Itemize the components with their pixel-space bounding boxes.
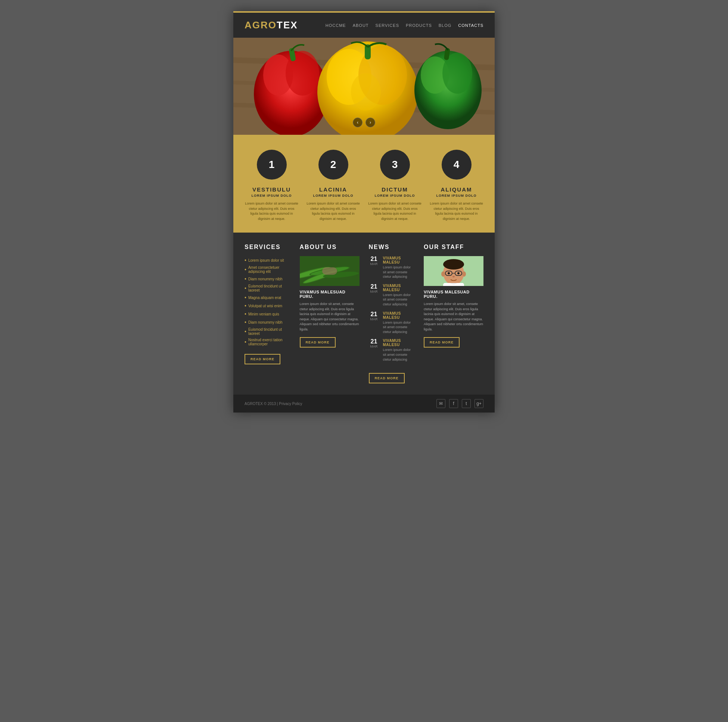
news-content-2: VIVAMUS MALESU Lorem ipsum dolor sit ame…	[383, 284, 415, 307]
news-date-4: 21 MAR	[369, 339, 379, 362]
feature-2-title: LACINIA	[319, 186, 347, 193]
feature-3-text: Lorem ipsum dolor sit amet consete ctetu…	[368, 201, 422, 221]
about-beans-svg	[300, 256, 359, 286]
staff-title: VIVAMUS MALESUAD PURU.	[424, 290, 483, 299]
feature-4-number: 4	[442, 150, 471, 180]
services-list: Lorem ipsum dolor sit Amet consectetuer …	[245, 256, 291, 347]
feature-3-subtitle: LOREM IPSUM DOLO	[375, 194, 415, 197]
bottom-sections: SERVICES Lorem ipsum dolor sit Amet cons…	[233, 233, 495, 395]
service-link-3[interactable]: Diam nonummy nibh	[248, 277, 283, 281]
feature-3: 3 DICTUM LOREM IPSUM DOLO Lorem ipsum do…	[368, 150, 422, 221]
list-item: Euismod tincidunt ut laoreet	[245, 283, 291, 294]
feature-4-title: ALIQUAM	[441, 186, 472, 193]
email-icon[interactable]: ✉	[436, 399, 445, 408]
nav-services[interactable]: SERVICES	[376, 23, 399, 28]
svg-point-36	[448, 272, 450, 274]
main-nav: HOCCME ABOUT SERVICES PRODUCTS BLOG CONT…	[326, 23, 483, 28]
footer-social-icons: ✉ f t g+	[436, 399, 483, 408]
service-link-9[interactable]: Euismod tincidunt ut laoreet	[248, 327, 291, 336]
svg-rect-26	[322, 267, 337, 275]
list-item: Nostrud exerci tation ullamcorper	[245, 337, 291, 347]
nav-contacts[interactable]: CONTACTS	[458, 23, 483, 28]
nav-about[interactable]: ABOUT	[353, 23, 369, 28]
slider-controls: ‹ ›	[353, 118, 375, 127]
news-read-more[interactable]: READ MORE	[369, 373, 405, 383]
news-content-1: VIVAMUS MALESU Lorem ipsum dolor sit ame…	[383, 256, 415, 279]
service-link-7[interactable]: Minim veniam quis	[248, 312, 279, 316]
feature-2-text: Lorem ipsum dolor sit amet consete ctetu…	[306, 201, 360, 221]
news-date-3: 21 MAR	[369, 311, 379, 335]
news-item-2: 21 MAR VIVAMUS MALESU Lorem ipsum dolor …	[369, 284, 415, 307]
logo: AGROTEX	[245, 20, 298, 31]
svg-point-38	[453, 276, 455, 277]
service-link-10[interactable]: Nostrud exerci tation ullamcorper	[248, 338, 291, 346]
news-item-4: 21 MAR VIVAMUS MALESU Lorem ipsum dolor …	[369, 339, 415, 362]
svg-point-37	[457, 272, 460, 274]
feature-4: 4 ALIQUAM LOREM IPSUM DOLO Lorem ipsum d…	[429, 150, 483, 221]
facebook-icon[interactable]: f	[449, 399, 458, 408]
logo-tex: TEX	[277, 20, 298, 31]
feature-1-title: VESTIBULU	[252, 186, 291, 193]
google-plus-icon[interactable]: g+	[474, 399, 483, 408]
service-link-6[interactable]: Volutpat ut wisi enim	[248, 304, 282, 308]
list-item: Diam nonummy nibh	[245, 275, 291, 283]
staff-section: OUR STAFF	[424, 244, 483, 383]
news-date-2: 21 MAR	[369, 284, 379, 307]
feature-1-subtitle: LOREM IPSUM DOLO	[252, 194, 292, 197]
feature-1-number: 1	[257, 150, 287, 180]
staff-heading: OUR STAFF	[424, 244, 483, 251]
staff-person-svg	[424, 256, 483, 286]
service-link-1[interactable]: Lorem ipsum dolor sit	[248, 259, 284, 262]
list-item: Magna aliquam erat	[245, 294, 291, 301]
news-content-3: VIVAMUS MALESU Lorem ipsum dolor sit ame…	[383, 311, 415, 335]
about-section: ABOUT US VIVAMUS MALESUAD PURU.	[300, 244, 359, 383]
slider-next[interactable]: ›	[366, 118, 375, 127]
services-section: SERVICES Lorem ipsum dolor sit Amet cons…	[245, 244, 291, 383]
feature-2-number: 2	[318, 150, 348, 180]
feature-1-text: Lorem ipsum dolor sit amet consete ctetu…	[245, 201, 299, 221]
feature-4-text: Lorem ipsum dolor sit amet consete ctetu…	[429, 201, 483, 221]
service-link-8[interactable]: Diam nonummy nibh	[248, 320, 283, 324]
features-section: 1 VESTIBULU LOREM IPSUM DOLO Lorem ipsum…	[233, 135, 495, 233]
slider-prev[interactable]: ‹	[353, 118, 362, 127]
list-item: Lorem ipsum dolor sit	[245, 256, 291, 264]
feature-2: 2 LACINIA LOREM IPSUM DOLO Lorem ipsum d…	[306, 150, 360, 221]
about-text: Lorem ipsum dolor sit amet, consete ctet…	[300, 301, 359, 332]
hero-slider: ‹ ›	[233, 38, 495, 135]
nav-home[interactable]: HOCCME	[326, 23, 346, 28]
services-read-more[interactable]: READ MORE	[245, 354, 280, 364]
feature-1: 1 VESTIBULU LOREM IPSUM DOLO Lorem ipsum…	[245, 150, 299, 221]
list-item: Volutpat ut wisi enim	[245, 301, 291, 310]
svg-point-12	[351, 73, 381, 110]
news-heading: NEWS	[369, 244, 415, 251]
news-item-1: 21 MAR VIVAMUS MALESU Lorem ipsum dolor …	[369, 256, 415, 279]
svg-point-32	[462, 271, 466, 277]
staff-text: Lorem ipsum dolor sit amet, consete ctet…	[424, 301, 483, 332]
footer: AGROTEX © 2013 | Privacy Policy ✉ f t g+	[233, 395, 495, 413]
footer-privacy-link[interactable]: Privacy Policy	[279, 402, 302, 406]
service-link-4[interactable]: Euismod tincidunt ut laoreet	[248, 284, 291, 292]
footer-copyright: AGROTEX © 2013 | Privacy Policy	[245, 402, 302, 406]
list-item: Minim veniam quis	[245, 310, 291, 318]
news-item-3: 21 MAR VIVAMUS MALESU Lorem ipsum dolor …	[369, 311, 415, 335]
service-link-5[interactable]: Magna aliquam erat	[248, 296, 281, 300]
twitter-icon[interactable]: t	[462, 399, 471, 408]
about-heading: ABOUT US	[300, 244, 359, 251]
feature-3-number: 3	[380, 150, 410, 180]
news-content-4: VIVAMUS MALESU Lorem ipsum dolor sit ame…	[383, 339, 415, 362]
about-image	[300, 256, 359, 286]
nav-products[interactable]: PRODUCTS	[406, 23, 432, 28]
nav-blog[interactable]: BLOG	[439, 23, 452, 28]
feature-4-subtitle: LOREM IPSUM DOLO	[436, 194, 477, 197]
list-item: Diam nonummy nibh	[245, 318, 291, 326]
website-wrapper: AGROTEX HOCCME ABOUT SERVICES PRODUCTS B…	[233, 11, 495, 413]
staff-read-more[interactable]: READ MORE	[424, 337, 460, 347]
svg-point-31	[441, 271, 445, 277]
about-read-more[interactable]: READ MORE	[300, 337, 336, 347]
feature-2-subtitle: LOREM IPSUM DOLO	[313, 194, 353, 197]
service-link-2[interactable]: Amet consectetuer adipiscing elit	[248, 265, 291, 274]
news-date-1: 21 MAR	[369, 256, 379, 279]
feature-3-title: DICTUM	[382, 186, 408, 193]
news-section: NEWS 21 MAR VIVAMUS MALESU Lorem ipsum d…	[369, 244, 415, 383]
list-item: Euismod tincidunt ut laoreet	[245, 326, 291, 337]
